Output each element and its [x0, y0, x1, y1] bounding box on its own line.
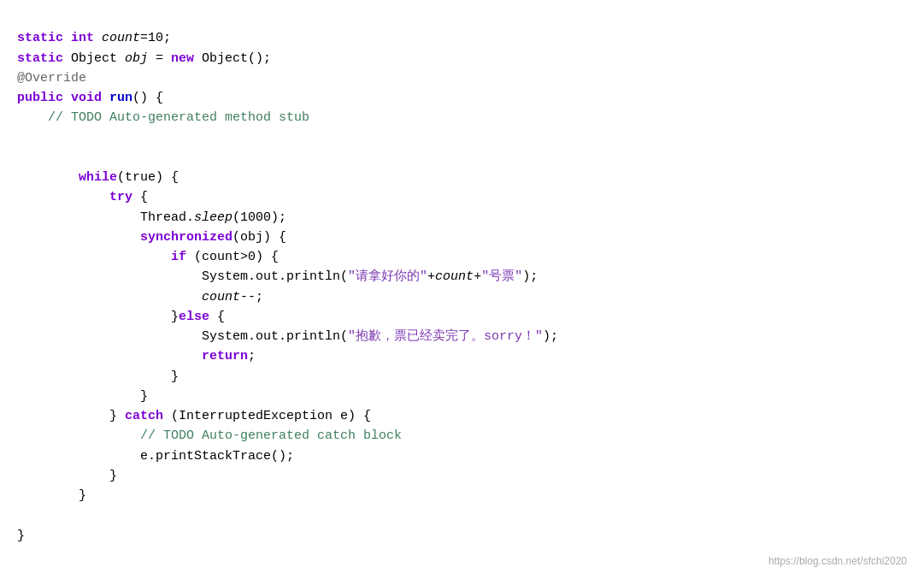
- kw-static2: static: [17, 51, 63, 66]
- comment-1: // TODO Auto-generated method stub: [48, 110, 309, 125]
- annotation-override: @Override: [17, 71, 86, 86]
- line-16: System.out.println("抱歉，票已经卖完了。sorry！");: [17, 329, 558, 344]
- line-24: }: [17, 488, 86, 503]
- line-17: return;: [17, 349, 256, 363]
- line-12: if (count>0) {: [17, 250, 279, 264]
- comment-2: // TODO Auto-generated catch block: [140, 428, 402, 443]
- line-3: @Override: [17, 71, 86, 86]
- var-count-decrement: count: [202, 290, 240, 304]
- kw-while: while: [79, 170, 117, 185]
- line-26: }: [17, 529, 25, 543]
- method-run: run: [109, 91, 132, 105]
- line-1: static int count=10;: [17, 31, 171, 45]
- line-19: }: [17, 389, 148, 404]
- line-22: e.printStackTrace();: [17, 449, 294, 464]
- kw-void: void: [71, 91, 102, 105]
- line-9: try {: [17, 190, 148, 204]
- watermark: https://blog.csdn.net/sfchi2020: [768, 553, 907, 570]
- kw-synchronized: synchronized: [140, 230, 232, 245]
- line-18: }: [17, 369, 179, 384]
- kw-catch: catch: [125, 409, 163, 423]
- line-13: System.out.println("请拿好你的"+count+"号票");: [17, 269, 538, 284]
- line-5: // TODO Auto-generated method stub: [17, 110, 309, 125]
- str-1: "请拿好你的": [348, 269, 427, 284]
- line-15: }else {: [17, 310, 225, 324]
- kw-try: try: [109, 190, 132, 204]
- kw-public: public: [17, 91, 63, 105]
- line-23: }: [17, 469, 117, 483]
- line-20: } catch (InterruptedException e) {: [17, 409, 371, 423]
- method-sleep: sleep: [194, 210, 232, 225]
- kw-static: static: [17, 31, 63, 45]
- kw-int: int: [71, 31, 94, 45]
- line-2: static Object obj = new Object();: [17, 51, 271, 66]
- kw-if: if: [171, 250, 186, 264]
- str-3: "抱歉，票已经卖完了。sorry！": [348, 329, 543, 344]
- code-editor: static int count=10; static Object obj =…: [17, 9, 907, 546]
- line-8: while(true) {: [17, 170, 179, 185]
- kw-new: new: [171, 51, 194, 66]
- var-obj: obj: [125, 51, 148, 66]
- line-11: synchronized(obj) {: [17, 230, 286, 245]
- var-count: count: [102, 31, 140, 45]
- kw-else: else: [179, 310, 209, 324]
- line-14: count--;: [17, 290, 263, 304]
- line-21: // TODO Auto-generated catch block: [17, 428, 402, 443]
- line-10: Thread.sleep(1000);: [17, 210, 286, 225]
- var-count-ref1: count: [435, 269, 474, 284]
- line-4: public void run() {: [17, 91, 163, 105]
- str-2: "号票": [481, 269, 522, 284]
- kw-return: return: [202, 349, 248, 363]
